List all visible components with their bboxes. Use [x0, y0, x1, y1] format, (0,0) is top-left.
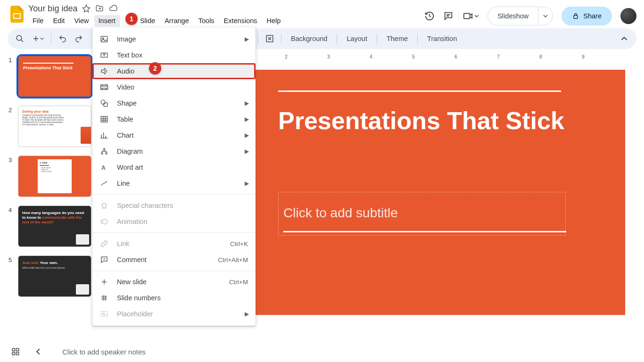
insert-chart[interactable]: Chart▶ [92, 127, 256, 143]
layout-button[interactable]: Layout [342, 33, 372, 44]
menu-edit[interactable]: Edit [49, 15, 69, 26]
share-button[interactable]: Share [561, 7, 612, 25]
slide-thumbnail-4[interactable]: How many languages do you need to know t… [18, 206, 91, 247]
fit-tool[interactable] [263, 32, 276, 45]
insert-link: LinkCtrl+K [92, 236, 256, 252]
redo-tool[interactable] [72, 32, 85, 45]
cloud-status-icon[interactable] [108, 4, 118, 13]
submenu-arrow-icon: ▶ [245, 36, 249, 42]
meet-icon[interactable] [462, 11, 479, 21]
menu-tools[interactable]: Tools [194, 15, 219, 26]
shape-icon [100, 99, 111, 107]
menu-extensions[interactable]: Extensions [220, 15, 262, 26]
slide-thumbnail-5[interactable]: Just one! Your own.(With a little help f… [18, 255, 91, 297]
new-slide-tool[interactable] [29, 32, 46, 45]
placeholder-icon [100, 310, 111, 318]
insert-animation: Animation [92, 214, 256, 230]
collapse-toolbar[interactable] [618, 32, 631, 45]
insert-audio[interactable]: Audio [92, 63, 256, 79]
slide-thumbnail-2[interactable]: Selling your ideaCreated in partnership … [18, 106, 91, 147]
insert-image[interactable]: Image▶ [92, 31, 256, 47]
undo-tool[interactable] [56, 32, 69, 45]
insert-line[interactable]: Line▶ [92, 175, 256, 191]
transition-button[interactable]: Transition [422, 33, 462, 44]
insert-menu-dropdown: Image▶Text boxAudioVideoShape▶Table▶Char… [92, 27, 256, 326]
annotation-badge-2: 2 [149, 62, 161, 74]
video-icon [100, 83, 111, 91]
collapse-filmstrip-icon[interactable] [35, 348, 41, 355]
star-icon[interactable] [82, 4, 91, 13]
menu-help[interactable]: Help [263, 15, 285, 26]
history-icon[interactable] [424, 11, 435, 21]
svg-point-18 [106, 153, 107, 154]
comments-icon[interactable] [443, 11, 454, 21]
svg-rect-15 [104, 103, 107, 107]
link-icon [100, 239, 111, 248]
svg-rect-8 [12, 353, 15, 355]
svg-text:A: A [101, 165, 106, 171]
svg-rect-13 [101, 85, 108, 90]
insert-slidenumbers[interactable]: Slide numbers [92, 290, 256, 306]
insert-diagram[interactable]: Diagram▶ [92, 143, 256, 159]
slide-title[interactable]: Presentations That Stick [278, 106, 597, 135]
svg-point-19 [104, 148, 105, 150]
annotation-badge-1: 1 [125, 13, 138, 25]
textbox-icon [100, 51, 111, 59]
subtitle-placeholder[interactable]: Click to add subtitle [278, 192, 566, 236]
svg-rect-1 [14, 14, 20, 18]
submenu-arrow-icon: ▶ [245, 132, 249, 139]
menu-insert[interactable]: Insert [94, 15, 120, 26]
menu-view[interactable]: View [70, 15, 93, 26]
svg-rect-16 [101, 116, 107, 122]
diagram-icon [100, 147, 111, 156]
slide-thumbnail-1[interactable]: Presentations That Stick [18, 56, 91, 97]
search-tool[interactable] [13, 32, 26, 45]
newslide-icon [100, 278, 111, 286]
image-icon [100, 35, 111, 43]
menu-arrange[interactable]: Arrange [160, 15, 193, 26]
svg-rect-22 [101, 312, 107, 317]
insert-table[interactable]: Table▶ [92, 111, 256, 127]
slide-number: 3 [8, 156, 15, 197]
menu-slide[interactable]: Slide [136, 15, 159, 26]
speaker-notes[interactable]: Click to add speaker notes [57, 343, 633, 361]
grid-view-icon[interactable] [11, 347, 20, 356]
line-icon [100, 179, 111, 188]
svg-rect-7 [17, 348, 19, 351]
slide-thumbnail-3[interactable]: 1. Intro— lorem ipsum— dolor sit— amet c… [18, 156, 91, 197]
document-title[interactable]: Your big idea [28, 4, 77, 14]
audio-icon [100, 67, 111, 75]
svg-rect-3 [574, 16, 578, 19]
svg-rect-9 [17, 353, 19, 355]
slides-logo[interactable] [8, 5, 26, 24]
slideshow-button[interactable]: Slideshow [487, 7, 553, 25]
comment-icon [100, 255, 111, 264]
account-avatar[interactable] [620, 8, 636, 24]
insert-comment[interactable]: CommentCtrl+Alt+M [92, 252, 256, 268]
insert-shape[interactable]: Shape▶ [92, 95, 256, 111]
slide-number: 1 [8, 56, 15, 97]
insert-wordart[interactable]: AWord art [92, 159, 256, 175]
wordart-icon: A [100, 163, 111, 172]
svg-rect-2 [464, 14, 470, 19]
slide-number: 2 [8, 106, 15, 147]
table-icon [100, 115, 111, 123]
submenu-arrow-icon: ▶ [245, 180, 249, 187]
slideshow-dropdown[interactable] [538, 7, 553, 25]
background-button[interactable]: Background [286, 33, 332, 44]
theme-button[interactable]: Theme [382, 33, 413, 44]
menubar: File Edit View Insert at Slide Arrange T… [28, 15, 424, 26]
insert-video[interactable]: Video [92, 79, 256, 95]
insert-placeholder: Placeholder▶ [92, 306, 256, 322]
insert-newslide[interactable]: New slideCtrl+M [92, 274, 256, 290]
submenu-arrow-icon: ▶ [245, 116, 249, 123]
animation-icon [100, 217, 111, 226]
slide-number: 5 [8, 255, 15, 297]
slide-canvas[interactable]: Presentations That Stick Click to add su… [250, 70, 625, 315]
insert-textbox[interactable]: Text box [92, 47, 256, 63]
menu-file[interactable]: File [28, 15, 48, 26]
svg-point-14 [101, 100, 105, 104]
svg-point-21 [102, 219, 107, 224]
move-icon[interactable] [95, 4, 104, 13]
svg-rect-6 [12, 348, 15, 351]
